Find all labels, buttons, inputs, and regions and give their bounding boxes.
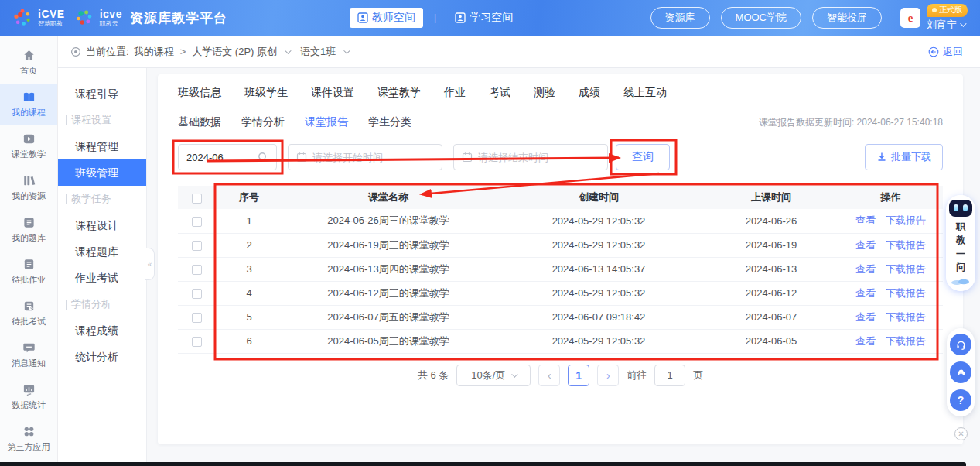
main-tab-1[interactable]: 班级学生: [244, 86, 288, 101]
page-number-1[interactable]: 1: [568, 365, 589, 386]
row-checkbox[interactable]: [192, 289, 202, 299]
download-report-link[interactable]: 下载报告: [886, 214, 926, 226]
sidebar-item-pending-exams[interactable]: 待批考试: [0, 293, 57, 334]
sidebar-item-my-resources[interactable]: 我的资源: [0, 167, 57, 209]
select-all-checkbox[interactable]: [192, 194, 202, 204]
username-menu[interactable]: 刘宵宁: [927, 18, 965, 32]
cell-class-date: 2024-06-07: [704, 305, 838, 329]
sub-tab-2[interactable]: 课堂报告: [305, 115, 348, 129]
row-checkbox[interactable]: [192, 313, 202, 323]
main-tab-6[interactable]: 测验: [534, 86, 555, 101]
download-report-link[interactable]: 下载报告: [886, 335, 926, 347]
submenu-item-3[interactable]: 班级管理: [58, 159, 146, 186]
ai-assistant-widget[interactable]: 职教一问: [946, 195, 975, 291]
prev-page-button[interactable]: ‹: [538, 365, 560, 386]
sub-tab-0[interactable]: 基础数据: [178, 115, 221, 129]
submenu-item-5[interactable]: 课程设计: [58, 212, 146, 238]
help-button[interactable]: ?: [950, 389, 971, 411]
query-button[interactable]: 查询: [616, 144, 670, 170]
sidebar-item-notifications[interactable]: 消息通知: [0, 334, 57, 376]
breadcrumb-course-select[interactable]: 大学语文 (2P) 原创: [192, 45, 277, 59]
submenu-item-9[interactable]: 课程成绩: [58, 317, 146, 344]
table-header-row: 序号课堂名称创建时间上课时间操作: [178, 186, 943, 209]
keyword-input[interactable]: [186, 152, 252, 163]
teacher-space-button[interactable]: 教师空间: [350, 8, 423, 28]
cell-actions: 查看下载报告: [838, 209, 943, 233]
submenu-collapse-handle[interactable]: «: [145, 248, 155, 280]
sidebar-item-label: 我的资源: [12, 190, 46, 202]
student-space-icon: [455, 12, 466, 23]
table-row: 22024-06-19周三的课堂教学2024-05-29 12:05:32202…: [178, 233, 943, 257]
collapse-toolbar-button[interactable]: ✕: [954, 427, 968, 440]
quick-link-1[interactable]: MOOC学院: [721, 7, 801, 29]
view-link[interactable]: 查看: [855, 214, 876, 226]
breadcrumb-class-select[interactable]: 语文1班: [300, 45, 336, 59]
row-checkbox[interactable]: [192, 337, 202, 347]
student-space-button[interactable]: 学习空间: [447, 8, 521, 28]
view-link[interactable]: 查看: [855, 335, 876, 347]
sidebar-item-third-party-apps[interactable]: 第三方应用: [0, 418, 57, 460]
sub-tab-3[interactable]: 学生分类: [368, 115, 411, 129]
main-tab-8[interactable]: 线上互动: [623, 86, 667, 101]
page-size-select[interactable]: 10条/页: [456, 365, 531, 386]
main-tab-3[interactable]: 课堂教学: [377, 86, 421, 101]
batch-download-button[interactable]: 批量下载: [865, 144, 943, 170]
sidebar-item-classroom-teaching[interactable]: 课堂教学: [0, 125, 57, 167]
quick-link-0[interactable]: 资源库: [650, 7, 710, 29]
sidebar-item-home[interactable]: 首页: [0, 42, 57, 84]
end-time-input[interactable]: [478, 152, 599, 163]
goto-page-input[interactable]: [654, 365, 685, 386]
course-caret-down-icon[interactable]: [285, 47, 291, 53]
sidebar-item-pending-homework[interactable]: 待批作业: [0, 251, 57, 293]
sidebar-item-question-bank[interactable]: 我的题库: [0, 209, 57, 251]
version-badge: 正式版: [927, 4, 968, 17]
sidebar-item-label: 消息通知: [12, 358, 46, 369]
download-report-link[interactable]: 下载报告: [886, 239, 926, 251]
next-page-button[interactable]: ›: [597, 365, 619, 386]
class-caret-down-icon[interactable]: [343, 47, 350, 53]
submenu-item-2[interactable]: 课程管理: [58, 133, 146, 159]
main-tab-5[interactable]: 考试: [489, 86, 510, 101]
logo-primary-name: iCVE: [38, 9, 65, 19]
download-report-link[interactable]: 下载报告: [886, 263, 926, 275]
submenu-item-10[interactable]: 统计分析: [58, 344, 146, 370]
cell-created-at: 2024-05-29 12:05:32: [493, 233, 704, 257]
main-tab-2[interactable]: 课件设置: [311, 86, 354, 101]
view-link[interactable]: 查看: [855, 239, 876, 251]
row-checkbox[interactable]: [192, 265, 202, 275]
view-link[interactable]: 查看: [855, 263, 876, 275]
submenu-item-7[interactable]: 作业考试: [58, 265, 146, 291]
third-party-apps-icon: [22, 425, 36, 438]
sub-tab-1[interactable]: 学情分析: [241, 115, 285, 129]
main-tab-0[interactable]: 班级信息: [178, 86, 221, 101]
start-time-input[interactable]: [312, 152, 434, 163]
user-avatar[interactable]: e: [900, 8, 920, 28]
calendar-icon: [462, 152, 473, 163]
download-center-button[interactable]: [950, 361, 971, 383]
view-link[interactable]: 查看: [855, 311, 876, 323]
row-checkbox[interactable]: [192, 241, 202, 251]
classroom-teaching-icon: [22, 132, 36, 146]
quick-link-2[interactable]: 智能投屏: [812, 7, 882, 29]
chevron-down-icon: [960, 20, 966, 26]
cell-created-at: 2024-05-29 12:05:32: [493, 209, 704, 233]
submenu-item-6[interactable]: 课程题库: [58, 238, 146, 265]
cell-class-name: 2024-06-05周三的课堂教学: [283, 329, 493, 353]
main-tab-4[interactable]: 作业: [444, 86, 466, 101]
row-checkbox[interactable]: [192, 217, 202, 227]
search-icon[interactable]: [258, 152, 268, 163]
download-report-link[interactable]: 下载报告: [886, 311, 926, 323]
back-button[interactable]: 返回: [928, 45, 963, 59]
main-tab-7[interactable]: 成绩: [579, 86, 600, 101]
submenu-item-0[interactable]: 课程引导: [58, 81, 146, 107]
sidebar-item-my-courses[interactable]: 我的课程: [0, 84, 57, 125]
cell-actions: 查看下载报告: [838, 305, 943, 329]
customer-service-button[interactable]: [950, 334, 971, 355]
sidebar-item-statistics[interactable]: 数据统计: [0, 376, 57, 418]
breadcrumb-root[interactable]: 我的课程: [134, 45, 174, 59]
column-header-4: 操作: [838, 186, 943, 209]
view-link[interactable]: 查看: [855, 287, 876, 299]
download-report-link[interactable]: 下载报告: [886, 287, 926, 299]
medal-icon: [932, 8, 937, 12]
cell-no: 4: [215, 281, 283, 305]
